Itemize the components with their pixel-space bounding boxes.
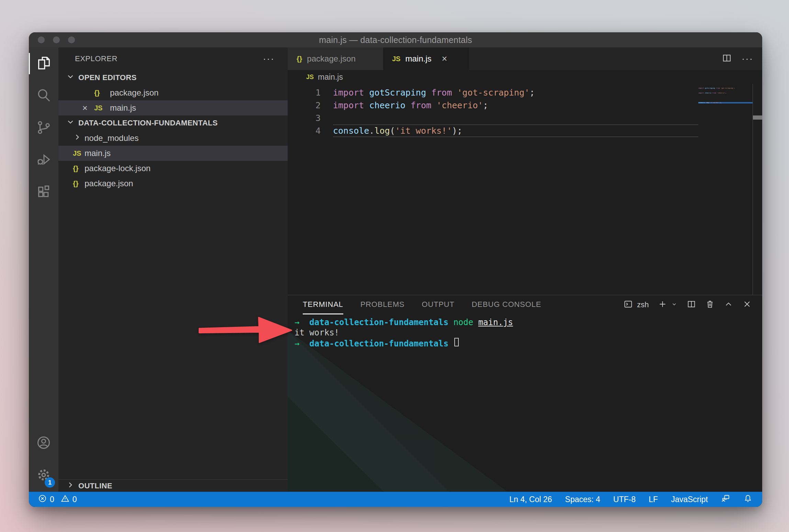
line-number: 2	[288, 100, 333, 110]
section-outline[interactable]: OUTLINE	[58, 479, 288, 492]
tree-item-node-modules[interactable]: node_modules	[58, 131, 288, 146]
js-file-icon: JS	[73, 149, 81, 157]
eol-sequence[interactable]: LF	[649, 495, 658, 504]
account-icon	[36, 435, 52, 452]
terminal-watermark	[288, 330, 508, 492]
title-bar: main.js — data-collection-fundamentals	[29, 32, 762, 47]
chevron-down-icon	[66, 72, 75, 83]
workspace-folder-label: DATA-COLLECTION-FUNDAMENTALS	[78, 119, 218, 128]
split-terminal-icon[interactable]	[687, 299, 696, 310]
terminal[interactable]: → data-collection-fundamentals node main…	[288, 314, 762, 492]
notifications-bell-icon[interactable]	[743, 494, 753, 505]
error-count: 0	[50, 495, 54, 504]
indentation[interactable]: Spaces: 4	[565, 495, 600, 504]
bottom-panel: TERMINAL PROBLEMS OUTPUT DEBUG CONSOLE z…	[288, 295, 762, 492]
js-file-icon: JS	[94, 104, 102, 112]
code-line: 2 import cheerio from 'cheerio';	[288, 99, 762, 112]
json-file-icon: {}	[73, 179, 78, 188]
run-debug-icon	[36, 152, 52, 169]
tab-output[interactable]: OUTPUT	[422, 295, 454, 314]
desktop: { "window": { "title": "main.js — data-c…	[0, 0, 789, 532]
sidebar-item-search[interactable]	[29, 80, 58, 112]
explorer-header: EXPLORER ···	[58, 47, 288, 70]
panel-header: TERMINAL PROBLEMS OUTPUT DEBUG CONSOLE z…	[288, 295, 762, 314]
encoding[interactable]: UTF-8	[613, 495, 636, 504]
extensions-icon	[36, 184, 52, 201]
tab-main-js[interactable]: JS main.js ×	[383, 47, 469, 70]
close-tab-icon[interactable]: ×	[442, 54, 447, 64]
status-bar: 0 0 Ln 4, Col 26 Spaces: 4 UTF-8 LF Java…	[29, 492, 762, 507]
traffic-lights	[38, 32, 75, 47]
red-arrow-annotation	[191, 312, 301, 351]
terminal-watermark	[288, 330, 449, 492]
section-open-editors[interactable]: OPEN EDITORS	[58, 70, 288, 85]
editor-more-actions-icon[interactable]: ···	[742, 57, 753, 60]
close-editor-icon[interactable]: ×	[80, 103, 90, 113]
tree-item-label: package.json	[85, 179, 133, 188]
terminal-line: → data-collection-fundamentals	[295, 338, 762, 348]
tab-package-json[interactable]: {} package.json	[288, 47, 383, 70]
breadcrumb-file[interactable]: main.js	[318, 73, 343, 82]
tab-label: package.json	[307, 54, 355, 64]
terminal-shell-icon	[623, 299, 633, 310]
line-number: 1	[288, 88, 333, 98]
line-number: 3	[288, 113, 333, 123]
accounts-button[interactable]	[29, 427, 58, 459]
tree-item-label: main.js	[85, 148, 111, 158]
terminal-line: it works!	[295, 328, 762, 338]
editor-tab-bar: {} package.json JS main.js × ···	[288, 47, 762, 70]
code-editor[interactable]: 1 import gotScraping from 'got-scraping'…	[288, 84, 762, 295]
new-terminal-icon[interactable]	[658, 299, 667, 310]
editor-group: {} package.json JS main.js × ··· JS main…	[288, 47, 762, 492]
tree-item-label: node_modules	[85, 133, 138, 143]
tree-item-package-json[interactable]: {} package.json	[58, 176, 288, 191]
open-editor-package-json[interactable]: {} package.json	[58, 85, 288, 100]
editor-scrollbar[interactable]	[753, 84, 762, 295]
chevron-right-icon	[66, 480, 75, 491]
open-editor-label: package.json	[110, 88, 158, 98]
js-file-icon: JS	[392, 55, 400, 63]
terminal-watermark	[288, 397, 384, 492]
launch-profile-chevron-icon[interactable]	[671, 301, 678, 309]
tree-item-main-js[interactable]: JS main.js	[58, 146, 288, 161]
tree-item-package-lock-json[interactable]: {} package-lock.json	[58, 161, 288, 176]
error-icon	[38, 494, 47, 505]
maximize-panel-icon[interactable]	[724, 299, 733, 310]
close-window-button[interactable]	[38, 36, 45, 43]
shell-name: zsh	[637, 300, 649, 309]
source-control-icon	[36, 120, 52, 137]
manage-button[interactable]: 1	[29, 459, 58, 492]
split-editor-icon[interactable]	[722, 53, 732, 65]
feedback-icon[interactable]	[721, 494, 730, 505]
vscode-window: main.js — data-collection-fundamentals	[29, 32, 762, 507]
sidebar-item-source-control[interactable]	[29, 112, 58, 144]
line-number: 4	[288, 126, 333, 136]
scrollbar-thumb[interactable]	[753, 115, 762, 120]
problems-status[interactable]: 0 0	[38, 494, 77, 505]
open-editor-label: main.js	[110, 103, 136, 113]
cursor-position[interactable]: Ln 4, Col 26	[509, 495, 552, 504]
terminal-line: → data-collection-fundamentals node main…	[295, 317, 762, 328]
explorer-more-actions-icon[interactable]: ···	[263, 57, 275, 60]
breadcrumb: JS main.js	[288, 70, 762, 84]
files-icon	[36, 55, 52, 72]
minimap[interactable]: import gotScraping from 'got-scraping'; …	[698, 85, 753, 107]
settings-badge: 1	[45, 477, 55, 488]
zoom-window-button[interactable]	[68, 36, 75, 43]
tab-terminal[interactable]: TERMINAL	[303, 295, 343, 314]
sidebar-item-run-and-debug[interactable]	[29, 144, 58, 177]
kill-terminal-icon[interactable]	[705, 299, 715, 310]
language-mode[interactable]: JavaScript	[671, 495, 708, 504]
section-workspace-folder[interactable]: DATA-COLLECTION-FUNDAMENTALS	[58, 115, 288, 131]
current-line-highlight	[333, 124, 698, 137]
code-line: 3	[288, 112, 762, 124]
open-editor-main-js[interactable]: × JS main.js	[58, 100, 288, 115]
tab-debug-console[interactable]: DEBUG CONSOLE	[472, 295, 541, 314]
minimize-window-button[interactable]	[53, 36, 60, 43]
tab-problems[interactable]: PROBLEMS	[360, 295, 405, 314]
tree-item-label: package-lock.json	[85, 164, 151, 173]
close-panel-icon[interactable]	[742, 299, 752, 310]
sidebar-item-extensions[interactable]	[29, 177, 58, 209]
outline-label: OUTLINE	[78, 481, 112, 490]
sidebar-item-explorer[interactable]	[29, 47, 58, 80]
